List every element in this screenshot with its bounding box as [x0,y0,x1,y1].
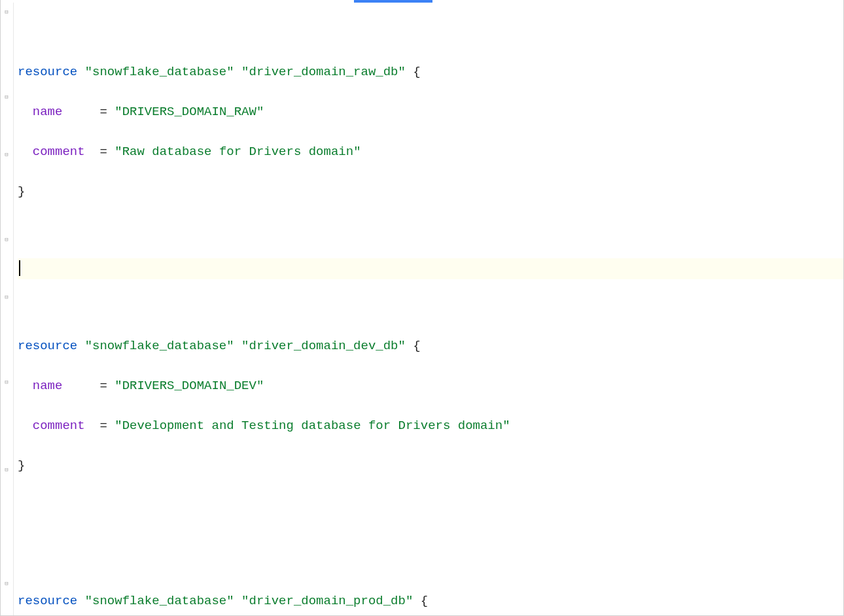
pad [62,379,92,393]
attr-value: "Raw database for Drivers domain" [114,145,360,159]
resource-name: "driver_domain_dev_db" [241,339,406,353]
attr-key: comment [33,419,85,433]
code-line[interactable]: resource "snowflake_database" "driver_do… [18,61,843,83]
fold-icon[interactable]: ⊟ [3,237,10,243]
active-tab-indicator [354,0,432,3]
brace-close: } [18,184,25,199]
keyword: resource [18,65,77,79]
code-line[interactable]: } [18,181,843,203]
fold-icon[interactable]: ⊟ [3,294,10,301]
keyword: resource [18,339,77,353]
attr-key: comment [33,145,85,159]
attr-value: "DRIVERS_DOMAIN_RAW" [114,105,264,119]
attr-key: name [33,105,63,119]
eq: = [99,145,107,159]
code-line[interactable]: resource "snowflake_database" "driver_do… [18,590,843,612]
code-line[interactable]: } [18,455,843,477]
fold-icon[interactable]: ⊟ [3,152,10,158]
code-line[interactable]: comment = "Development and Testing datab… [18,415,843,437]
code-line[interactable]: comment = "Raw database for Drivers doma… [18,141,843,163]
eq: = [99,105,107,119]
brace-close: } [18,458,25,473]
brace-open: { [413,65,420,79]
code-line[interactable]: name = "DRIVERS_DOMAIN_RAW" [18,101,843,123]
fold-icon[interactable]: ⊟ [3,467,10,473]
attr-value: "Development and Testing database for Dr… [114,419,510,433]
fold-icon[interactable]: ⊟ [3,94,10,101]
current-line[interactable] [18,258,843,280]
keyword: resource [18,594,77,608]
fold-icon[interactable]: ⊟ [3,9,10,16]
brace-open: { [413,339,420,353]
code-line[interactable]: name = "DRIVERS_DOMAIN_DEV" [18,375,843,397]
code-line[interactable]: resource "snowflake_database" "driver_do… [18,335,843,357]
code-fold-gutter: ⊟ ⊟ ⊟ ⊟ ⊟ ⊟ ⊟ ⊟ [1,3,14,616]
brace-open: { [421,594,428,608]
attr-key: name [33,379,63,393]
eq: = [99,419,107,433]
pad [85,419,92,433]
resource-type: "snowflake_database" [85,594,234,608]
resource-type: "snowflake_database" [85,65,234,79]
pad [85,145,92,159]
text-cursor [19,260,20,276]
fold-icon[interactable]: ⊟ [3,581,10,587]
eq: = [99,379,107,393]
resource-type: "snowflake_database" [85,339,234,353]
blank-line[interactable] [18,513,843,535]
resource-name: "driver_domain_prod_db" [241,594,413,608]
attr-value: "DRIVERS_DOMAIN_DEV" [114,379,264,393]
fold-icon[interactable]: ⊟ [3,379,10,386]
resource-name: "driver_domain_raw_db" [241,65,406,79]
pad [62,105,92,119]
code-editor[interactable]: resource "snowflake_database" "driver_do… [14,5,843,616]
